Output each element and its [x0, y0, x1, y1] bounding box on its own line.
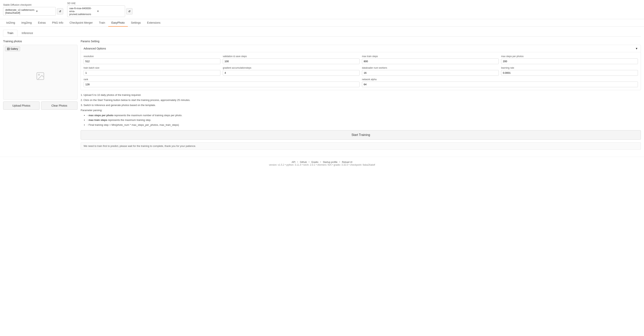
param-max-steps-per-photos-label: max steps per photos [501, 55, 638, 58]
param-validation-save-steps: validation & save steps [223, 55, 360, 64]
param-train-batch-size: train batch size [84, 66, 220, 76]
advanced-options-box: Advanced Options ▼ resolution validation… [81, 45, 641, 90]
sd-checkpoint-label: Stable Diffusion checkpoint [3, 3, 63, 6]
param-train-batch-size-label: train batch size [84, 66, 220, 69]
bullet-item-1: max steps per photo represents the maxim… [87, 113, 641, 118]
param-learning-rate-input[interactable] [501, 70, 638, 76]
advanced-options-header[interactable]: Advanced Options ▼ [81, 45, 641, 52]
gallery-button[interactable]: Gallery [5, 46, 20, 51]
top-bar: Stable Diffusion checkpoint deliberate_v… [0, 0, 644, 19]
status-message: We need to train first to predict, pleas… [84, 145, 196, 147]
param-max-train-steps-input[interactable] [362, 58, 499, 64]
footer-link-gradio[interactable]: Gradio [311, 161, 318, 163]
param-rank-label: rank [84, 78, 360, 81]
param-max-steps-per-photos: max steps per photos [501, 55, 638, 64]
param-network-alpha-input[interactable] [362, 81, 638, 87]
gallery-label: Gallery [10, 47, 18, 50]
upload-photos-button[interactable]: Upload Photos [3, 101, 40, 110]
gallery-icon [7, 47, 10, 50]
sd-checkpoint-section: Stable Diffusion checkpoint deliberate_v… [3, 3, 63, 16]
sd-vae-select[interactable]: vae-ft-mse-840000-ema-pruned.safetensors… [67, 5, 125, 17]
advanced-options-body: resolution validation & save steps max t… [81, 52, 641, 90]
two-col-layout: Training photos Gallery Upload Photos Cl… [3, 40, 641, 150]
sub-tabs: Train Inference [3, 30, 641, 36]
sd-vae-refresh-button[interactable]: ↺ [126, 8, 132, 14]
tab-txt2img[interactable]: txt2img [3, 19, 18, 26]
param-max-train-steps: max train steps [362, 55, 499, 64]
param-validation-save-steps-label: validation & save steps [223, 55, 360, 58]
start-training-button[interactable]: Start Training [81, 130, 641, 140]
param-dataloader-num-workers: dataloader num workers [362, 66, 499, 76]
subtab-train[interactable]: Train [3, 30, 18, 36]
info-section: 1. Upload 5 to 10 daily photos of the tr… [81, 93, 641, 127]
sd-checkpoint-refresh-button[interactable]: ↺ [57, 8, 63, 14]
sd-vae-wrapper: vae-ft-mse-840000-ema-pruned.safetensors… [67, 5, 132, 17]
param-gradient-accumulation-steps-input[interactable] [223, 70, 360, 76]
param-max-steps-per-photos-input[interactable] [501, 58, 638, 64]
info-line-2: 2. Click on the Start Training button be… [81, 98, 641, 102]
param-train-batch-size-input[interactable] [84, 70, 220, 76]
advanced-options-collapse-icon: ▼ [635, 47, 638, 50]
parameter-parsing-title: Parameter parsing: [81, 108, 641, 112]
tab-extensions[interactable]: Extensions [144, 19, 164, 26]
tab-easyphoto[interactable]: EasyPhoto [108, 19, 128, 26]
sd-checkpoint-arrow-icon: ▼ [36, 10, 54, 13]
param-resolution-input[interactable] [84, 58, 220, 64]
photo-buttons: Upload Photos Clear Photos [3, 101, 78, 110]
param-gradient-accumulation-steps-label: gradient accumulationsteps [223, 66, 360, 69]
tab-train[interactable]: Train [96, 19, 108, 26]
left-col: Training photos Gallery Upload Photos Cl… [3, 40, 78, 150]
footer-link-startup-profile[interactable]: Startup profile [323, 161, 338, 163]
params-setting-title: Params Setting [81, 40, 641, 43]
footer-link-api[interactable]: API [292, 161, 296, 163]
main-content: Train Inference Training photos Gallery [0, 26, 644, 153]
placeholder-image-icon [36, 71, 45, 81]
sd-vae-section: SD VAE vae-ft-mse-840000-ema-pruned.safe… [67, 2, 132, 17]
tab-png-info[interactable]: PNG Info [49, 19, 66, 26]
info-line-3: 3. Switch to Inference and generate phot… [81, 103, 641, 107]
bullet-item-2: max train steps represents the maximum t… [87, 118, 641, 122]
sd-vae-label: SD VAE [67, 2, 132, 5]
right-col: Params Setting Advanced Options ▼ resolu… [81, 40, 641, 150]
param-gradient-accumulation-steps: gradient accumulationsteps [223, 66, 360, 76]
bullet-item-3: Final training step = Min(photo_num * ma… [87, 123, 641, 127]
info-line-1: 1. Upload 5 to 10 daily photos of the tr… [81, 93, 641, 97]
param-network-alpha-label: network alpha [362, 78, 638, 81]
footer-links: API • Github • Gradio • Startup profile … [4, 161, 640, 163]
params-row-3: rank network alpha [84, 78, 638, 87]
tab-img2img[interactable]: img2img [18, 19, 35, 26]
gallery-placeholder [3, 53, 77, 99]
sd-checkpoint-select[interactable]: deliberate_v2.safetensors [9aba26abdf] ▼ [3, 7, 56, 16]
footer-link-reload-ui[interactable]: Reload UI [342, 161, 352, 163]
footer-dot-2: • [309, 161, 310, 163]
param-resolution-label: resolution [84, 55, 220, 58]
footer-dot-4: • [339, 161, 340, 163]
param-learning-rate-label: learning rate [501, 66, 638, 69]
footer-dot-1: • [297, 161, 298, 163]
param-rank-input[interactable] [84, 81, 360, 87]
param-validation-save-steps-input[interactable] [223, 58, 360, 64]
footer: API • Github • Gradio • Startup profile … [0, 157, 644, 170]
footer-version-info: version: v1.5.2 • python: 3.11.4 • torch… [4, 163, 640, 166]
tab-checkpoint-merger[interactable]: Checkpoint Merger [66, 19, 96, 26]
clear-photos-button[interactable]: Clear Photos [41, 101, 78, 110]
param-dataloader-num-workers-input[interactable] [362, 70, 499, 76]
param-rank: rank [84, 78, 360, 87]
param-network-alpha: network alpha [362, 78, 638, 87]
params-row-2: train batch size gradient accumulationst… [84, 66, 638, 76]
svg-point-1 [8, 48, 8, 49]
sd-vae-arrow-icon: ▼ [97, 10, 123, 13]
status-bar: We need to train first to predict, pleas… [81, 142, 641, 150]
tab-settings[interactable]: Settings [128, 19, 144, 26]
photo-gallery-area: Gallery [3, 45, 78, 99]
sd-checkpoint-wrapper: deliberate_v2.safetensors [9aba26abdf] ▼… [3, 7, 63, 16]
training-photos-title: Training photos [3, 40, 78, 43]
bullet-2-bold: max train steps [88, 118, 107, 121]
svg-point-3 [38, 74, 40, 75]
main-nav: txt2img img2img Extras PNG Info Checkpoi… [0, 19, 644, 26]
subtab-inference[interactable]: Inference [18, 30, 37, 36]
vae-refresh-icon: ↺ [128, 10, 130, 13]
tab-extras[interactable]: Extras [35, 19, 49, 26]
params-row-1: resolution validation & save steps max t… [84, 55, 638, 64]
footer-link-github[interactable]: Github [300, 161, 307, 163]
